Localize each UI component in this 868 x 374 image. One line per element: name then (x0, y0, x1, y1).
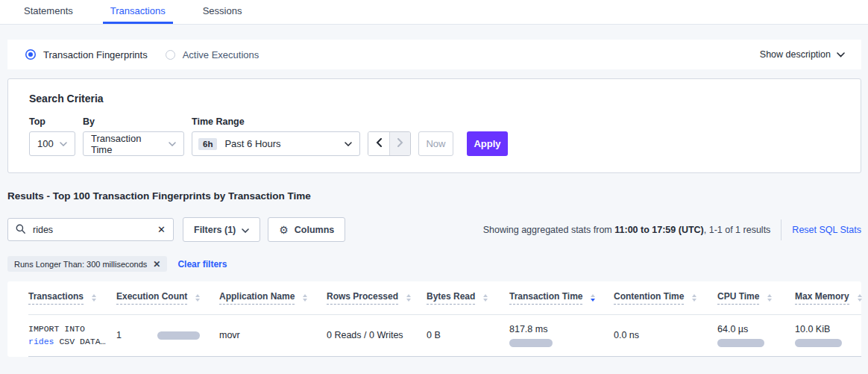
now-button[interactable]: Now (418, 131, 453, 156)
cpu-time-bar (717, 339, 764, 347)
column-label: CPU Time (717, 291, 759, 305)
tab-statements[interactable]: Statements (16, 0, 81, 24)
column-header-cpu-time[interactable]: CPU Time (717, 281, 795, 314)
clear-filters-link[interactable]: Clear filters (177, 259, 227, 269)
chevron-down-icon (54, 142, 67, 146)
column-header-bytes-read[interactable]: Bytes Read (427, 281, 509, 314)
aggregated-stats-text: Showing aggregated stats from 11:00 to 1… (483, 225, 771, 235)
sort-icon[interactable] (692, 294, 696, 302)
chevron-down-icon (339, 142, 352, 146)
previous-time-window-button[interactable] (368, 132, 389, 155)
next-time-window-button[interactable] (389, 132, 410, 155)
stats-prefix: Showing aggregated stats from (483, 225, 615, 235)
cell-bytes-read: 0 B (427, 314, 509, 356)
chevron-down-icon (837, 49, 845, 60)
max-memory-bar (795, 339, 842, 347)
statement-line-2: rides CSV DATA… (28, 335, 116, 348)
radio-transaction-fingerprints[interactable]: Transaction Fingerprints (25, 49, 148, 60)
tab-label: Statements (24, 5, 73, 16)
column-label: Transaction Time (509, 291, 582, 305)
search-icon (16, 224, 25, 236)
show-description-toggle[interactable]: Show description (760, 49, 845, 60)
column-header-rows-processed[interactable]: Rows Processed (327, 281, 427, 314)
column-header-transaction-time[interactable]: Transaction Time (509, 281, 614, 314)
sort-icon-descending[interactable] (591, 294, 595, 302)
sort-icon[interactable] (483, 294, 488, 302)
search-criteria-panel: Search Criteria Top 100 By Transaction T… (7, 78, 861, 173)
radio-unselected-icon (166, 50, 175, 60)
clear-search-icon[interactable]: ✕ (157, 225, 166, 234)
columns-button-label: Columns (295, 225, 334, 235)
time-range-value: Past 6 Hours (224, 138, 280, 149)
radio-label: Active Executions (183, 49, 260, 60)
top-field: Top 100 (29, 116, 75, 156)
sort-icon[interactable] (406, 294, 411, 302)
chevron-right-icon (397, 138, 403, 149)
sort-icon[interactable] (92, 294, 96, 302)
column-header-execution-count[interactable]: Execution Count (116, 281, 219, 314)
filter-chip-label: Runs Longer Than: 300 milliseconds (14, 260, 147, 269)
time-range-label: Time Range (192, 116, 360, 127)
column-header-transactions[interactable]: Transactions (28, 281, 116, 314)
search-input[interactable] (31, 224, 157, 236)
rows-processed-value: 0 Reads / 0 Writes (327, 330, 403, 340)
view-toggle-panel: Transaction Fingerprints Active Executio… (7, 40, 861, 69)
execution-count-value: 1 (116, 330, 122, 340)
gear-icon: ⚙ (279, 225, 289, 235)
cell-max-memory: 10.0 KiB (795, 314, 861, 356)
transaction-time-value: 817.8 ms (509, 324, 614, 334)
filter-chip: Runs Longer Than: 300 milliseconds ✕ (7, 256, 167, 272)
transactions-table: Transactions Execution Count Application… (28, 281, 861, 357)
apply-button[interactable]: Apply (467, 131, 508, 156)
column-label: Transactions (28, 291, 84, 305)
chevron-down-icon (163, 142, 176, 146)
statement-line-1: IMPORT INTO (28, 322, 116, 335)
column-label: Application Name (219, 291, 295, 305)
transaction-statement: IMPORT INTO rides CSV DATA… (28, 322, 116, 348)
tab-label: Sessions (203, 5, 242, 16)
stats-cluster: Showing aggregated stats from 11:00 to 1… (483, 219, 861, 240)
column-label: Contention Time (614, 291, 684, 305)
by-select-value: Transaction Time (91, 133, 163, 155)
radio-active-executions[interactable]: Active Executions (166, 49, 260, 60)
column-label: Bytes Read (427, 291, 475, 305)
time-range-select[interactable]: 6h Past 6 Hours (192, 131, 360, 156)
stats-suffix: , 1-1 of 1 results (704, 225, 771, 235)
search-box[interactable]: ✕ (7, 218, 174, 241)
cell-execution-count: 1 (116, 314, 219, 356)
tab-transactions[interactable]: Transactions (103, 0, 173, 24)
vertical-divider (781, 219, 781, 240)
stats-time-range: 11:00 to 17:59 (UTC) (614, 225, 703, 235)
sort-icon[interactable] (195, 294, 200, 302)
time-window-stepper (368, 131, 411, 156)
by-select[interactable]: Transaction Time (83, 131, 184, 156)
table-header-row: Transactions Execution Count Application… (28, 281, 861, 314)
bytes-read-value: 0 B (427, 330, 441, 340)
sort-icon[interactable] (858, 294, 862, 302)
sql-activity-tabbar: Statements Transactions Sessions (0, 0, 868, 25)
cell-transaction-fingerprint[interactable]: IMPORT INTO rides CSV DATA… (28, 314, 116, 356)
statement-line-2-rest: CSV DATA… (54, 337, 106, 346)
cpu-time-value: 64.0 µs (717, 324, 795, 334)
filters-button[interactable]: Filters (1) (183, 217, 260, 242)
show-description-label: Show description (760, 49, 831, 60)
results-toolbar: ✕ Filters (1) ⚙ Columns Showing aggregat… (7, 217, 861, 242)
column-header-contention-time[interactable]: Contention Time (614, 281, 717, 314)
column-header-max-memory[interactable]: Max Memory (795, 281, 861, 314)
cell-contention-time: 0.0 ns (614, 314, 717, 356)
column-label: Max Memory (795, 291, 849, 305)
reset-sql-stats-link[interactable]: Reset SQL Stats (792, 225, 861, 235)
column-header-application-name[interactable]: Application Name (219, 281, 327, 314)
transaction-time-bar (509, 339, 553, 347)
sort-icon[interactable] (767, 294, 772, 302)
top-select[interactable]: 100 (29, 131, 75, 156)
results-heading: Results - Top 100 Transaction Fingerprin… (7, 190, 861, 202)
sort-icon[interactable] (303, 294, 307, 302)
table-row: IMPORT INTO rides CSV DATA… 1 movr 0 Rea… (28, 314, 861, 356)
tab-sessions[interactable]: Sessions (195, 0, 250, 24)
columns-button[interactable]: ⚙ Columns (268, 217, 345, 242)
chevron-down-icon (242, 225, 249, 235)
chevron-left-icon (376, 138, 382, 149)
applied-filters-row: Runs Longer Than: 300 milliseconds ✕ Cle… (7, 256, 861, 272)
remove-filter-icon[interactable]: ✕ (153, 260, 160, 269)
